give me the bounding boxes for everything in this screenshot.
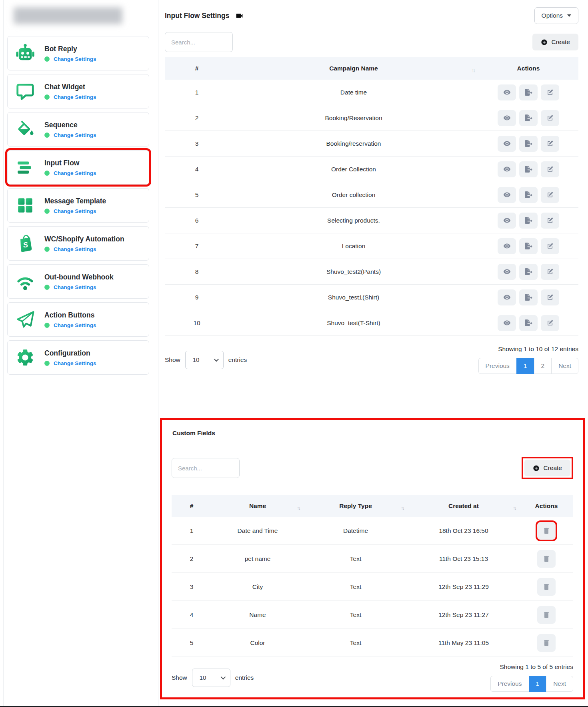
options-button[interactable]: Options [534, 7, 578, 24]
edit-button[interactable] [541, 264, 559, 280]
view-button[interactable] [498, 187, 516, 203]
sort-icon[interactable]: ↑↓ [513, 505, 516, 511]
field-name: Date and Time [212, 527, 304, 534]
export-button[interactable] [519, 238, 538, 254]
change-settings-link[interactable]: Change Settings [54, 246, 96, 252]
edit-icon [546, 88, 554, 96]
sidebar-item-action-buttons[interactable]: Action Buttons Change Settings [7, 302, 149, 337]
page-button-1[interactable]: 1 [516, 358, 534, 374]
next-page-button[interactable]: Next [546, 676, 573, 692]
sidebar-item-bot-reply[interactable]: Bot Reply Change Settings [7, 36, 149, 70]
change-settings-link[interactable]: Change Settings [54, 284, 96, 290]
change-settings-link[interactable]: Change Settings [54, 360, 96, 366]
status-dot [44, 285, 50, 290]
flows-search-input[interactable] [165, 32, 233, 52]
row-index: 4 [172, 611, 212, 619]
delete-button[interactable] [537, 634, 556, 652]
export-button[interactable] [519, 315, 538, 331]
eye-icon [503, 140, 511, 147]
reply-type: Text [304, 583, 408, 591]
eye-icon [503, 217, 511, 224]
delete-button[interactable] [537, 522, 556, 540]
edit-button[interactable] [541, 110, 559, 126]
change-settings-link[interactable]: Change Settings [54, 56, 96, 62]
change-settings-link[interactable]: Change Settings [54, 322, 96, 328]
edit-icon [546, 114, 554, 122]
custom-fields-section: Custom Fields Create # Name [160, 418, 585, 699]
export-button[interactable] [519, 289, 538, 305]
page-button-2[interactable]: 2 [534, 358, 552, 374]
edit-button[interactable] [541, 187, 559, 203]
sidebar-item-label: Out-bound Webhook [44, 273, 114, 281]
change-settings-link[interactable]: Change Settings [54, 208, 96, 214]
sort-icon[interactable]: ↑↓ [297, 505, 300, 511]
edit-button[interactable] [541, 136, 559, 152]
sidebar-item-configuration[interactable]: Configuration Change Settings [7, 340, 149, 375]
view-button[interactable] [498, 136, 516, 152]
export-button[interactable] [519, 213, 538, 229]
view-button[interactable] [498, 264, 516, 280]
sidebar-item-wc-shopify-automation[interactable]: S WC/Shopify Automation Change Settings [7, 226, 149, 261]
gear-icon [14, 347, 36, 368]
change-settings-link[interactable]: Change Settings [54, 94, 96, 100]
chevron-down-icon [214, 357, 219, 362]
custom-fields-search-input[interactable] [172, 458, 240, 478]
edit-button[interactable] [541, 315, 559, 331]
edit-button[interactable] [541, 289, 559, 305]
export-button[interactable] [519, 84, 538, 100]
row-index: 10 [165, 319, 229, 327]
delete-button[interactable] [537, 578, 556, 596]
export-button[interactable] [519, 110, 538, 126]
edit-button[interactable] [541, 161, 559, 177]
page-size-select[interactable]: 10 [192, 669, 230, 687]
entries-summary: Showing 1 to 5 of 5 entries [500, 663, 573, 671]
plus-circle-icon [533, 465, 540, 472]
custom-fields-create-button[interactable]: Create [524, 460, 570, 476]
page-size-select[interactable]: 10 [185, 351, 224, 369]
change-settings-link[interactable]: Change Settings [54, 170, 96, 176]
row-index: 1 [172, 527, 212, 534]
view-button[interactable] [498, 110, 516, 126]
view-button[interactable] [498, 238, 516, 254]
previous-page-button[interactable]: Previous [478, 358, 517, 374]
sidebar-item-chat-widget[interactable]: Chat Widget Change Settings [7, 74, 149, 108]
page-button-1[interactable]: 1 [529, 676, 547, 692]
sort-icon[interactable]: ↑↓ [401, 505, 404, 511]
table-row: 1 Date and Time Datetime 18th Oct 23 16:… [172, 517, 573, 545]
export-button[interactable] [519, 161, 538, 177]
view-button[interactable] [498, 315, 516, 331]
sidebar-item-label: Bot Reply [44, 45, 96, 53]
view-button[interactable] [498, 213, 516, 229]
sidebar-item-out-bound-webhook[interactable]: Out-bound Webhook Change Settings [7, 264, 149, 299]
previous-page-button[interactable]: Previous [490, 676, 529, 692]
file-export-icon [525, 319, 532, 326]
flows-create-button[interactable]: Create [532, 34, 578, 50]
delete-button[interactable] [537, 550, 556, 568]
sidebar-item-message-template[interactable]: Message Template Change Settings [7, 188, 149, 223]
edit-button[interactable] [541, 84, 559, 100]
sort-icon[interactable]: ↑↓ [472, 67, 474, 73]
edit-button[interactable] [541, 213, 559, 229]
change-settings-link[interactable]: Change Settings [54, 132, 96, 138]
view-button[interactable] [498, 161, 516, 177]
created-at: 11th May 23 11:05 [408, 639, 520, 647]
next-page-button[interactable]: Next [551, 358, 578, 374]
sidebar-item-sequence[interactable]: Sequence Change Settings [7, 112, 149, 147]
campaign-name: Location [229, 243, 478, 250]
table-row: 10 Shuvo_test(T-Shirt) [165, 310, 578, 336]
export-button[interactable] [519, 264, 538, 280]
campaign-name: Date time [229, 89, 478, 96]
trash-icon [542, 555, 550, 563]
chevron-down-icon [220, 675, 226, 680]
eye-icon [503, 165, 511, 173]
view-button[interactable] [498, 84, 516, 100]
video-camera-icon[interactable] [235, 12, 244, 20]
export-button[interactable] [519, 136, 538, 152]
edit-button[interactable] [541, 238, 559, 254]
export-button[interactable] [519, 187, 538, 203]
table-row: 4 Order Collection [165, 157, 578, 182]
sidebar-item-input-flow[interactable]: Input Flow Change Settings [7, 150, 149, 185]
delete-button[interactable] [537, 606, 556, 624]
file-export-icon [525, 166, 532, 173]
view-button[interactable] [498, 289, 516, 305]
